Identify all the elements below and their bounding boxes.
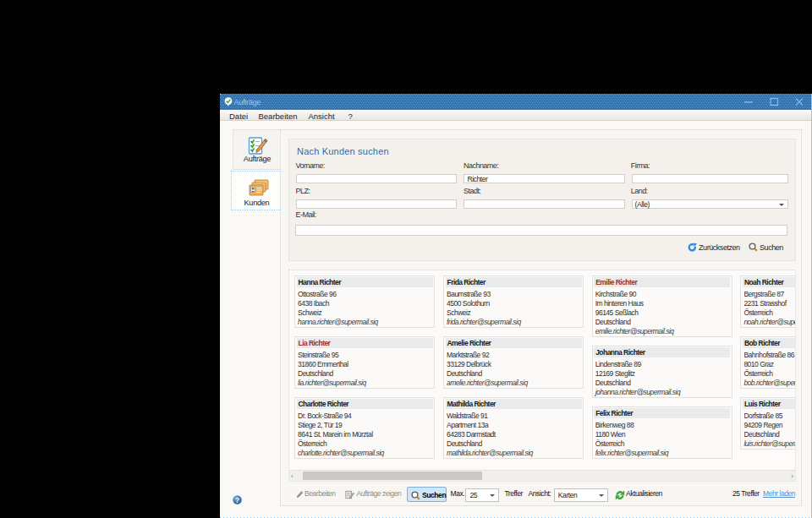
svg-text:?: ? bbox=[234, 497, 239, 504]
